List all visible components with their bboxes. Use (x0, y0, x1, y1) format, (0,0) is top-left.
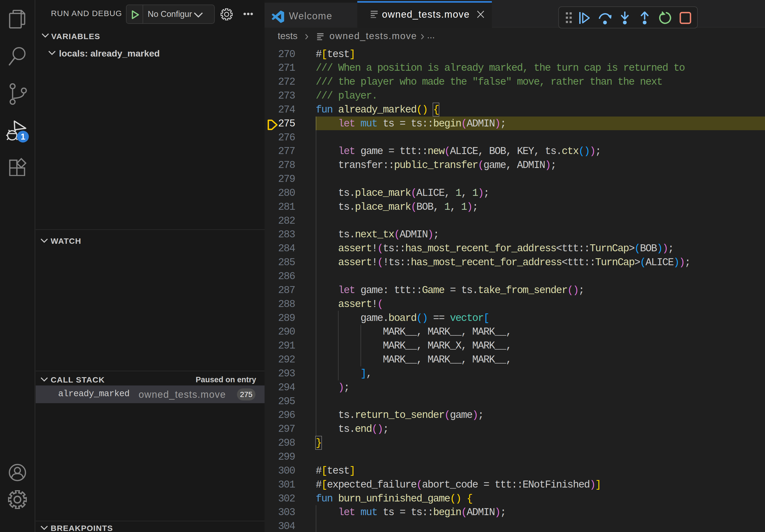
svg-text:1: 1 (21, 132, 25, 141)
